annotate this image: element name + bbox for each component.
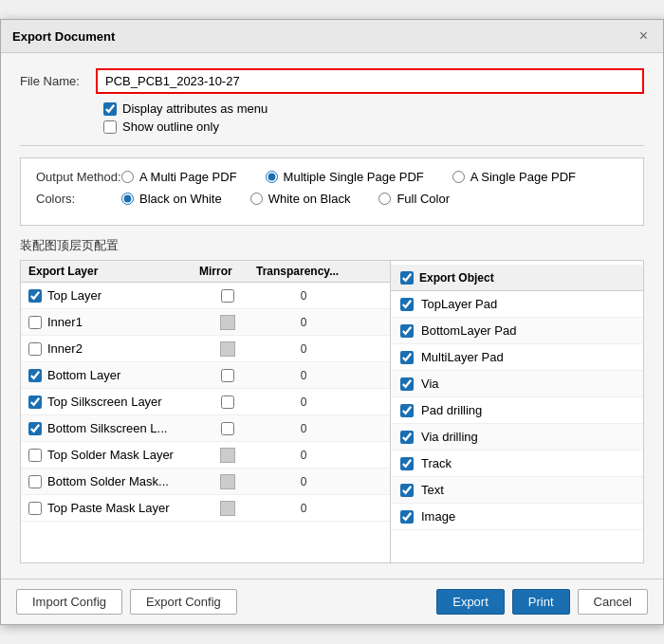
layer-name-label: Bottom Solder Mask... [47, 474, 169, 488]
export-objects-header: Export Object [391, 265, 643, 291]
layer-export-checkbox[interactable] [28, 396, 42, 409]
layer-name-label: Bottom Silkscreen L... [47, 421, 167, 435]
layer-mirror-checkbox[interactable] [221, 289, 234, 303]
colors-options: Black on White White on Black Full Color [121, 192, 628, 206]
layer-mirror-checkbox[interactable] [221, 396, 234, 409]
layer-export-checkbox[interactable] [28, 316, 42, 329]
export-object-label: TopLayer Pad [421, 297, 497, 311]
transparency-value: 0 [280, 396, 327, 409]
print-button[interactable]: Print [512, 589, 570, 615]
export-object-checkbox[interactable] [400, 351, 414, 364]
layer-export-checkbox[interactable] [28, 289, 42, 303]
import-config-button[interactable]: Import Config [16, 589, 122, 615]
layer-export-checkbox[interactable] [28, 475, 42, 488]
mirror-box [220, 448, 235, 463]
export-dialog: Export Document × File Name: Display att… [0, 19, 664, 625]
footer: Import Config Export Config Export Print… [1, 579, 663, 624]
export-object-label: Image [421, 509, 455, 524]
color-full-color-label: Full Color [397, 192, 450, 206]
export-object-row: Track [391, 451, 643, 477]
output-section: Output Method: A Multi Page PDF Multiple… [20, 157, 644, 226]
layer-row: Inner10 [21, 309, 390, 336]
export-object-checkbox[interactable] [400, 404, 414, 417]
export-object-checkbox[interactable] [400, 298, 414, 311]
file-name-label: File Name: [20, 74, 96, 88]
layer-mirror-checkbox[interactable] [221, 422, 234, 435]
export-object-label: MultiLayer Pad [421, 350, 504, 364]
export-object-checkbox[interactable] [400, 431, 414, 444]
transparency-value: 0 [280, 316, 327, 329]
col-mirror: Mirror [199, 265, 256, 278]
layer-export-checkbox[interactable] [28, 369, 42, 382]
export-object-label: Via [421, 377, 439, 391]
export-object-row: Via drilling [391, 424, 643, 451]
file-name-input[interactable] [96, 68, 644, 94]
export-object-checkbox[interactable] [400, 324, 414, 338]
layer-export-checkbox[interactable] [28, 422, 42, 435]
layer-row: Inner20 [21, 336, 390, 362]
layer-export-checkbox[interactable] [28, 342, 42, 356]
transparency-value: 0 [280, 475, 327, 488]
layer-row: Top Solder Mask Layer0 [21, 442, 390, 469]
export-object-label: Text [421, 483, 444, 497]
mirror-box [220, 501, 235, 516]
transparency-value: 0 [280, 369, 327, 382]
color-white-on-black[interactable]: White on Black [250, 192, 351, 206]
export-object-checkbox[interactable] [400, 457, 414, 470]
export-object-row: MultiLayer Pad [391, 344, 643, 371]
layer-export-checkbox[interactable] [28, 502, 42, 515]
color-black-on-white-label: Black on White [139, 192, 222, 206]
export-object-checkbox[interactable] [400, 510, 414, 524]
file-name-row: File Name: [20, 68, 644, 94]
output-multiple-single[interactable]: Multiple Single Page PDF [266, 170, 424, 184]
layer-mirror-checkbox[interactable] [221, 369, 234, 382]
export-object-checkbox[interactable] [400, 377, 414, 391]
color-full-color[interactable]: Full Color [378, 192, 450, 206]
output-method-row: Output Method: A Multi Page PDF Multiple… [36, 170, 628, 184]
display-attributes-checkbox[interactable] [103, 102, 117, 116]
layer-row: Top Paste Mask Layer0 [21, 495, 390, 522]
export-button[interactable]: Export [436, 589, 505, 615]
layer-row: Top Silkscreen Layer0 [21, 389, 390, 415]
layers-right[interactable]: Export Object TopLayer PadBottomLayer Pa… [391, 261, 643, 562]
export-config-button[interactable]: Export Config [130, 589, 237, 615]
close-button[interactable]: × [636, 28, 652, 45]
layer-name-label: Top Layer [47, 288, 101, 303]
transparency-value: 0 [280, 342, 327, 356]
export-object-label: BottomLayer Pad [421, 323, 516, 338]
layer-name-label: Inner1 [47, 315, 83, 329]
transparency-value: 0 [280, 422, 327, 435]
output-single-page[interactable]: A Single Page PDF [452, 170, 576, 184]
show-outline-label: Show outline only [122, 120, 219, 134]
export-object-label: Pad drilling [421, 403, 482, 417]
cancel-button[interactable]: Cancel [578, 589, 648, 615]
layers-container: Export Layer Mirror Transparency... Top … [20, 260, 644, 563]
section-title: 装配图顶层页配置 [20, 237, 644, 254]
colors-label: Colors: [36, 192, 121, 206]
export-object-row: BottomLayer Pad [391, 318, 643, 344]
display-attributes-label: Display attributes as menu [122, 101, 267, 116]
layer-name-label: Top Solder Mask Layer [47, 448, 174, 462]
layer-export-checkbox[interactable] [28, 449, 42, 462]
show-outline-checkbox[interactable] [103, 120, 117, 134]
layer-name-label: Bottom Layer [47, 368, 120, 382]
output-multi-page[interactable]: A Multi Page PDF [121, 170, 237, 184]
col-transparency: Transparency... [256, 265, 351, 278]
transparency-value: 0 [280, 289, 327, 303]
export-object-row: Text [391, 477, 643, 504]
mirror-box [220, 474, 235, 489]
output-multi-page-label: A Multi Page PDF [139, 170, 237, 184]
export-object-checkbox[interactable] [400, 484, 414, 497]
output-method-options: A Multi Page PDF Multiple Single Page PD… [121, 170, 628, 184]
transparency-value: 0 [280, 449, 327, 462]
color-black-on-white[interactable]: Black on White [121, 192, 222, 206]
layer-name-label: Inner2 [47, 341, 83, 356]
layers-left[interactable]: Export Layer Mirror Transparency... Top … [21, 261, 391, 562]
layer-row: Top Layer0 [21, 283, 390, 309]
export-objects-list: TopLayer PadBottomLayer PadMultiLayer Pa… [391, 291, 643, 530]
mirror-box [220, 341, 235, 357]
export-object-row: Pad drilling [391, 397, 643, 424]
export-object-all-checkbox[interactable] [400, 271, 414, 285]
layer-row: Bottom Silkscreen L...0 [21, 415, 390, 442]
export-object-row: Via [391, 371, 643, 397]
